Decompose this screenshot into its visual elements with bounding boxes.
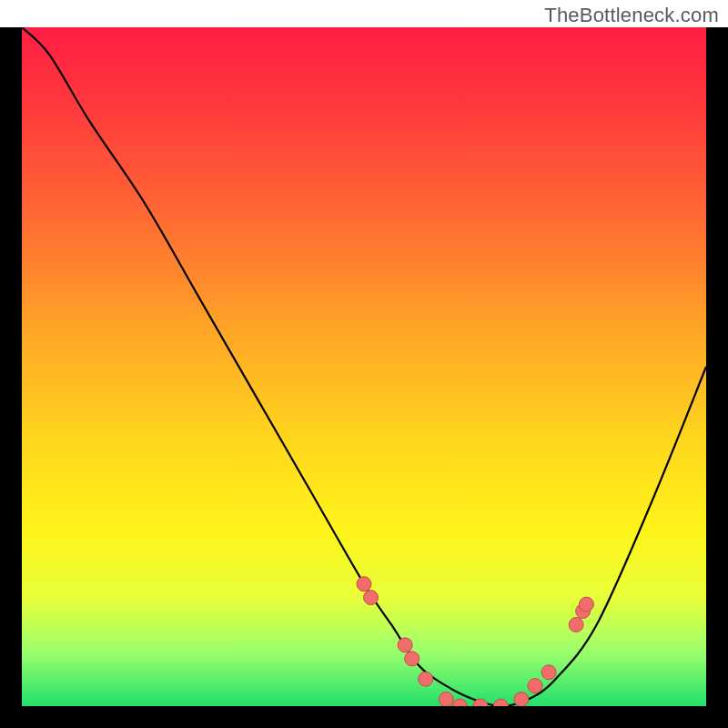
data-marker [398, 638, 412, 652]
data-marker [493, 699, 508, 706]
data-marker [569, 617, 583, 632]
chart-svg [22, 27, 706, 706]
bottleneck-curve-path [22, 27, 706, 706]
data-marker [452, 699, 467, 706]
plot-area [22, 27, 706, 706]
data-marker [357, 577, 371, 592]
data-marker [405, 652, 420, 666]
data-marker [439, 693, 453, 706]
data-marker [419, 672, 433, 686]
marker-group [357, 577, 593, 706]
plot-frame [0, 27, 728, 728]
data-marker [579, 597, 593, 612]
data-marker [364, 591, 379, 605]
data-marker [528, 679, 542, 693]
data-marker [541, 665, 556, 680]
attribution-text: TheBottleneck.com [544, 4, 719, 27]
data-marker [514, 693, 529, 706]
